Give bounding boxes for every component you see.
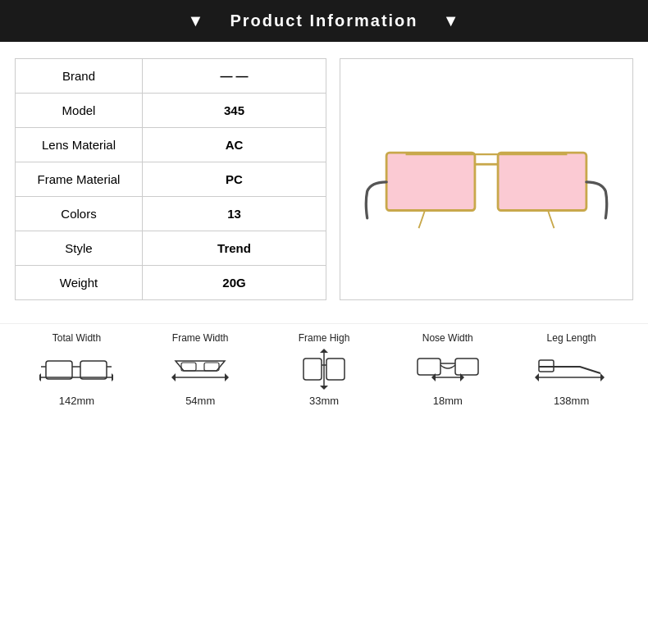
- header-right-triangle: ▼: [443, 11, 461, 30]
- svg-marker-30: [535, 373, 539, 381]
- svg-marker-18: [320, 349, 328, 353]
- table-value-3: PC: [143, 162, 326, 197]
- info-table-section: Brand— —Model345Lens MaterialACFrame Mat…: [15, 58, 326, 300]
- measure-frame-width: Frame Width 54mm: [163, 332, 237, 407]
- svg-rect-26: [418, 359, 440, 375]
- total-width-value: 142mm: [59, 395, 94, 407]
- svg-rect-1: [498, 153, 586, 210]
- measure-frame-high: Frame High 33mm: [287, 332, 361, 407]
- table-label-6: Weight: [16, 266, 143, 300]
- leg-length-icon: [535, 349, 609, 390]
- table-value-6: 20G: [143, 266, 326, 300]
- frame-high-value: 33mm: [309, 395, 339, 407]
- svg-marker-13: [171, 373, 176, 381]
- svg-marker-6: [112, 373, 113, 381]
- table-row: Weight20G: [16, 266, 326, 300]
- sunglasses-image: [363, 114, 609, 245]
- main-content: Brand— —Model345Lens MaterialACFrame Mat…: [0, 42, 648, 317]
- svg-rect-21: [326, 359, 345, 380]
- table-label-0: Brand: [16, 59, 143, 94]
- frame-width-value: 54mm: [185, 395, 215, 407]
- frame-width-label: Frame Width: [172, 332, 229, 344]
- table-value-4: 13: [143, 197, 326, 231]
- frame-high-label: Frame High: [299, 332, 350, 344]
- table-label-1: Model: [16, 94, 143, 128]
- svg-rect-27: [455, 359, 478, 375]
- svg-marker-19: [320, 386, 328, 390]
- header-title: Product Information: [230, 11, 418, 30]
- svg-marker-5: [39, 373, 41, 381]
- table-row: Lens MaterialAC: [16, 128, 326, 162]
- frame-high-icon: [287, 349, 361, 390]
- table-value-0: — —: [143, 59, 326, 94]
- table-label-5: Style: [16, 231, 143, 266]
- table-label-2: Lens Material: [16, 128, 143, 162]
- table-row: Brand— —: [16, 59, 326, 94]
- svg-rect-7: [46, 361, 72, 379]
- frame-width-icon: [163, 349, 237, 390]
- page-header: ▼ Product Information ▼: [0, 0, 648, 42]
- leg-length-label: Leg Length: [547, 332, 596, 344]
- measurements-section: Total Width 142mm Frame Width: [0, 323, 648, 422]
- measure-total-width: Total Width 142mm: [39, 332, 113, 407]
- table-row: Model345: [16, 94, 326, 128]
- svg-rect-8: [80, 361, 107, 379]
- table-row: Frame MaterialPC: [16, 162, 326, 197]
- measure-leg-length: Leg Length 138mm: [535, 332, 609, 407]
- nose-width-value: 18mm: [433, 395, 463, 407]
- header-left-triangle: ▼: [187, 11, 205, 30]
- table-row: StyleTrend: [16, 231, 326, 266]
- svg-marker-31: [600, 373, 605, 381]
- svg-rect-0: [386, 153, 475, 210]
- leg-length-value: 138mm: [554, 395, 589, 407]
- nose-width-label: Nose Width: [422, 332, 473, 344]
- table-value-1: 345: [143, 94, 326, 128]
- svg-marker-14: [225, 373, 229, 381]
- product-info-table: Brand— —Model345Lens MaterialACFrame Mat…: [15, 58, 326, 300]
- measure-nose-width: Nose Width 18mm: [411, 332, 485, 407]
- table-label-4: Colors: [16, 197, 143, 231]
- total-width-icon: [39, 349, 113, 390]
- table-value-5: Trend: [143, 231, 326, 266]
- svg-rect-20: [303, 359, 322, 380]
- total-width-label: Total Width: [52, 332, 101, 344]
- product-image-section: [340, 58, 633, 300]
- nose-width-icon: [411, 349, 485, 390]
- table-row: Colors13: [16, 197, 326, 231]
- table-value-2: AC: [143, 128, 326, 162]
- table-label-3: Frame Material: [16, 162, 143, 197]
